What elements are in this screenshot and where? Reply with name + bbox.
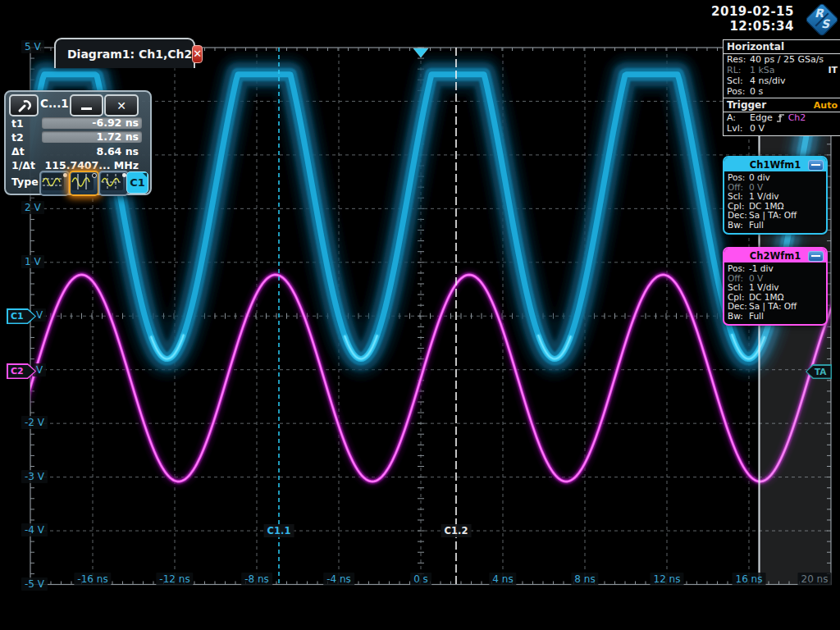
t-axis-label: -16 ns (74, 573, 111, 586)
dropdown-corner-icon (143, 173, 147, 177)
trigger-lvl-row: Lvl:0 V (724, 123, 840, 135)
cursor-source-value: C1 (130, 176, 145, 189)
trigger-a-row: A: Edge Ch2 (724, 112, 840, 123)
t-axis-label: 16 ns (733, 573, 766, 586)
ch2-signal-box[interactable]: Ch2Wfm1 Pos:-1 div Off:0 V Scl:1 V/div C… (723, 247, 828, 326)
diagram-close-button[interactable]: ✕ (192, 45, 203, 63)
dt-label: Δt (11, 145, 25, 158)
time-text: 12:05:34 (711, 19, 794, 34)
dialog-minimize-button[interactable] (70, 94, 103, 116)
ch2-box-header[interactable]: Ch2Wfm1 (724, 249, 826, 262)
trigger-level-marker[interactable]: TA (806, 364, 832, 379)
t2-label: t2 (11, 131, 24, 144)
both-cursor-icon (100, 172, 124, 191)
wrench-icon (16, 98, 31, 113)
rl-row: RL:1 kSa IT (724, 65, 840, 75)
t-axis-label: -8 ns (241, 573, 272, 586)
cursor2-label: C1.2 (441, 524, 472, 537)
horizontal-title: Horizontal (727, 41, 784, 52)
v-axis-label: -4 V (21, 523, 48, 536)
scl-row: Scl:4 ns/div (724, 75, 840, 86)
radio-dot (63, 173, 67, 177)
type-label: Type (11, 176, 39, 188)
ch1-signal-box[interactable]: Ch1Wfm1 Pos:0 div Off:0 V Scl:1 V/div Cp… (723, 156, 828, 235)
datetime-display: 2019-02-15 12:05:34 (711, 4, 794, 34)
v-axis-label: 1 V (21, 255, 44, 268)
diagram-tab[interactable]: Diagram1: Ch1,Ch2 ✕ (54, 38, 195, 68)
ch2-box-rows: Pos:-1 div Off:0 V Scl:1 V/div Cpl:DC 1M… (724, 262, 826, 324)
date-text: 2019-02-15 (711, 4, 794, 19)
close-icon: ✕ (116, 99, 126, 112)
t-axis-label: 8 ns (571, 573, 598, 586)
t-axis-label: 20 ns (798, 573, 832, 586)
trigger-source: Ch2 (788, 112, 806, 123)
v-axis-label: -5 V (21, 578, 48, 591)
minimize-button[interactable] (808, 251, 824, 262)
t-axis-label: 0 s (410, 573, 431, 586)
oscilloscope-screen: 5 V2 V1 V-2 V-3 V-4 V-5 VVV-16 ns-12 ns-… (0, 0, 840, 630)
rohde-schwarz-logo: RS (807, 5, 837, 34)
ch1-box-rows: Pos:0 div Off:0 V Scl:1 V/div Cpl:DC 1MΩ… (724, 171, 826, 233)
close-icon: ✕ (193, 48, 202, 59)
v-axis-label: 5 V (21, 40, 44, 53)
v-axis-label: 2 V (21, 201, 44, 214)
vertical-cursor-icon (71, 172, 94, 191)
minimize-button[interactable] (808, 160, 824, 171)
trigger-header[interactable]: Trigger Auto (724, 98, 840, 112)
t1-value: -6.92 ns (42, 116, 142, 129)
horizontal-cursor-icon (41, 172, 65, 191)
radio-dot-selected (92, 173, 97, 178)
cursor-type-both-button[interactable] (98, 171, 129, 196)
dialog-close-button[interactable]: ✕ (104, 94, 139, 116)
trigger-title: Trigger (727, 99, 766, 111)
minimize-icon (81, 107, 92, 110)
cursor-type-horizontal-button[interactable] (39, 171, 70, 196)
t-axis-label: -4 ns (323, 573, 354, 586)
inv-dt-value: 115.7407... MHz (42, 159, 142, 171)
cursor1-label: C1.1 (264, 524, 294, 537)
horizontal-trigger-panel[interactable]: Horizontal Res:40 ps / 25 GSa/s RL:1 kSa… (723, 39, 840, 136)
dialog-title: C...1 (40, 97, 69, 110)
acquisition-mode: IT (828, 65, 838, 75)
t1-label: t1 (11, 117, 24, 130)
dt-value: 8.64 ns (42, 145, 142, 158)
horizontal-header[interactable]: Horizontal (724, 40, 840, 54)
res-row: Res:40 ps / 25 GSa/s (724, 54, 840, 65)
pos-row: Pos:0 s (724, 86, 840, 98)
ch2-ground-marker[interactable]: C2 (7, 363, 36, 379)
trigger-mode: Auto (814, 100, 838, 111)
t-axis-label: -12 ns (156, 573, 193, 586)
dialog-settings-button[interactable] (9, 94, 39, 116)
inv-dt-label: 1/Δt (11, 159, 35, 171)
diagram-tab-title: Diagram1: Ch1,Ch2 (67, 48, 192, 61)
cursor-source-button[interactable]: C1 (126, 171, 148, 194)
ch1-box-header[interactable]: Ch1Wfm1 (724, 158, 826, 171)
v-axis-label: -3 V (21, 470, 48, 483)
trigger-position-marker[interactable] (413, 48, 428, 57)
rising-edge-icon (775, 112, 786, 123)
v-axis-label: -2 V (21, 416, 48, 429)
ch2-box-title: Ch2Wfm1 (750, 250, 801, 262)
cursor-type-vertical-button[interactable] (69, 171, 99, 196)
t-axis-label: 4 ns (489, 573, 516, 586)
ch1-ground-marker[interactable]: C1 (7, 308, 36, 324)
cursor-results-dialog[interactable]: C...1 ✕ t1 -6.92 ns t2 1.72 ns Δt 8.64 n… (4, 90, 152, 195)
ch1-box-title: Ch1Wfm1 (750, 159, 801, 171)
t-axis-label: 12 ns (651, 573, 684, 586)
t2-value: 1.72 ns (42, 130, 142, 143)
